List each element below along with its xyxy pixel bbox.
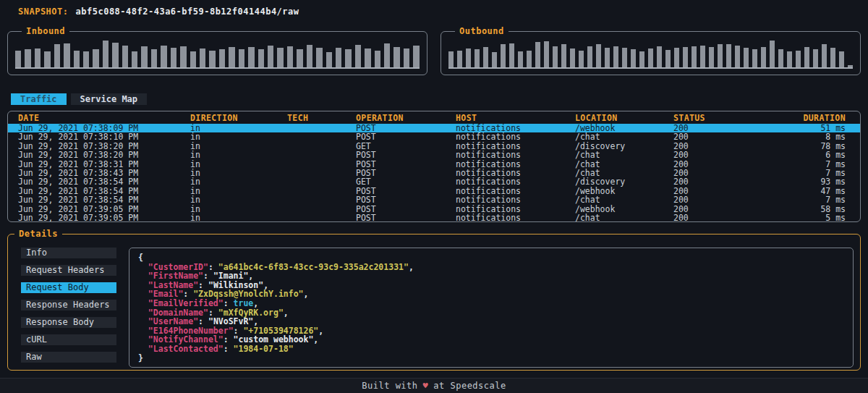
cell-operation: POST xyxy=(356,151,456,159)
chart-bar xyxy=(822,44,827,67)
chart-bar xyxy=(587,46,592,67)
chart-bar xyxy=(25,49,30,67)
cell-location: /discovery xyxy=(575,177,673,186)
chart-bar xyxy=(770,41,775,67)
cell-operation: POST xyxy=(356,214,456,222)
chart-bar xyxy=(171,48,176,67)
chart-bar xyxy=(744,48,749,67)
chart-bar xyxy=(561,44,566,67)
chart-bar xyxy=(683,47,688,67)
cell-tech xyxy=(287,187,356,195)
cell-duration: 5 ms xyxy=(782,214,846,222)
cell-direction: in xyxy=(190,151,287,159)
chart-bar xyxy=(122,46,128,67)
chart-bar xyxy=(518,51,523,67)
view-tabs: TrafficService Map xyxy=(11,93,147,105)
chart-bar xyxy=(475,49,480,67)
cell-status: 200 xyxy=(673,195,782,204)
cell-status: 200 xyxy=(673,177,782,186)
cell-status: 200 xyxy=(673,214,782,222)
tab-traffic[interactable]: Traffic xyxy=(11,93,67,105)
chart-bar xyxy=(229,47,234,67)
request-body-json: { "CustomerID": "a641bc4c-6f83-43cc-93c9… xyxy=(129,248,854,368)
cell-status: 200 xyxy=(673,160,782,169)
chart-bar xyxy=(492,52,497,67)
cell-duration: 6 ms xyxy=(782,151,846,159)
chart-bar xyxy=(787,51,792,67)
cell-status: 200 xyxy=(673,205,782,214)
outbound-bars xyxy=(448,38,853,67)
json-key: "LastContacted" xyxy=(148,344,224,354)
json-value: "1984-07-18" xyxy=(234,344,294,354)
table-row[interactable]: Jun 29, 2021 07:38:10 PMinPOSTnotificati… xyxy=(8,132,860,141)
cell-direction: in xyxy=(190,205,287,214)
cell-direction: in xyxy=(190,169,287,177)
cell-direction: in xyxy=(190,177,287,186)
cell-duration: 8 ms xyxy=(782,132,846,141)
chart-bar xyxy=(248,47,254,67)
chart-bar xyxy=(483,47,488,67)
chart-bar xyxy=(501,44,506,67)
cell-direction: in xyxy=(190,142,287,151)
chart-bar xyxy=(287,46,293,67)
footer-text-after: at Speedscale xyxy=(433,381,506,391)
chart-bar xyxy=(103,41,109,67)
cell-date: Jun 29, 2021 07:38:54 PM xyxy=(18,195,190,204)
cell-operation: POST xyxy=(356,132,456,141)
details-menu-item-curl[interactable]: cURL xyxy=(21,334,116,345)
details-menu-item-raw[interactable]: Raw xyxy=(21,352,116,363)
chart-bar xyxy=(553,46,558,67)
chart-bar xyxy=(448,51,454,67)
json-comma: , xyxy=(284,308,289,318)
cell-tech xyxy=(287,151,356,159)
cell-date: Jun 29, 2021 07:38:20 PM xyxy=(18,151,190,159)
cell-duration: 93 ms xyxy=(782,177,846,186)
cell-location: /chat xyxy=(575,214,673,222)
chart-bar xyxy=(509,43,514,67)
details-menu-item-request-headers[interactable]: Request Headers xyxy=(21,265,116,276)
cell-date: Jun 29, 2021 07:39:05 PM xyxy=(18,214,190,222)
cell-status: 200 xyxy=(673,187,782,195)
json-line: } xyxy=(138,354,844,363)
chart-bar xyxy=(151,49,157,67)
json-comma: , xyxy=(409,262,414,272)
chart-bar xyxy=(132,51,137,67)
table-row[interactable]: Jun 29, 2021 07:39:05 PMinPOSTnotificati… xyxy=(8,214,860,222)
chart-bar xyxy=(141,46,147,67)
column-header-status: STATUS xyxy=(673,114,782,124)
table-row[interactable]: Jun 29, 2021 07:38:54 PMinGETnotificatio… xyxy=(8,177,860,186)
chart-bar xyxy=(239,49,244,67)
cell-date: Jun 29, 2021 07:38:54 PM xyxy=(18,177,190,186)
table-row[interactable]: Jun 29, 2021 07:38:54 PMinPOSTnotificati… xyxy=(8,195,860,204)
chart-bar xyxy=(277,48,283,67)
footer-bar: Built with ♥ at Speedscale xyxy=(0,378,868,393)
chart-bar xyxy=(848,65,853,67)
cell-location: /chat xyxy=(575,132,673,141)
chart-bar xyxy=(258,49,264,67)
table-header-row: DATEDIRECTIONTECHOPERATIONHOSTLOCATIONST… xyxy=(8,114,860,124)
chart-bar xyxy=(35,48,41,67)
details-menu-item-response-body[interactable]: Response Body xyxy=(21,317,116,328)
tab-service-map[interactable]: Service Map xyxy=(71,93,147,105)
details-menu-item-request-body[interactable]: Request Body xyxy=(21,282,116,293)
cell-tech xyxy=(287,132,356,141)
cell-host: notifications xyxy=(456,214,575,222)
table-row[interactable]: Jun 29, 2021 07:38:20 PMinPOSTnotificati… xyxy=(8,151,860,159)
json-colon: : xyxy=(224,344,234,354)
details-menu-item-response-headers[interactable]: Response Headers xyxy=(21,300,116,310)
chart-bar xyxy=(830,48,835,67)
snapshot-value: abf5c088-48f2-43a6-bf59-8b12f04144b4/raw xyxy=(76,7,299,17)
cell-direction: in xyxy=(190,132,287,141)
json-comma: , xyxy=(313,334,318,345)
details-menu-item-info[interactable]: Info xyxy=(21,248,116,258)
chart-bar xyxy=(345,49,351,67)
chart-bar xyxy=(336,48,341,67)
inbound-bars xyxy=(15,38,420,67)
chart-bar xyxy=(93,49,98,67)
chart-bar xyxy=(839,51,844,67)
cell-tech xyxy=(287,205,356,214)
cell-tech xyxy=(287,195,356,204)
cell-tech xyxy=(287,169,356,177)
chart-bar xyxy=(74,51,80,67)
outbound-chart-panel: Outbound xyxy=(441,26,861,75)
